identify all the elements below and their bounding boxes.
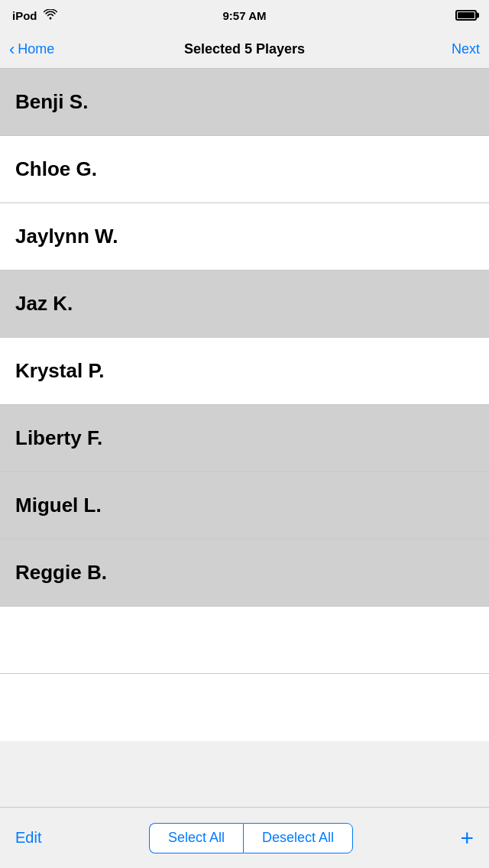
player-row-6[interactable]: Miguel L. <box>0 472 489 539</box>
player-name-5: Liberty F. <box>15 426 102 450</box>
back-button[interactable]: ‹ Home <box>9 41 54 58</box>
player-row-0[interactable]: Benji S. <box>0 69 489 136</box>
player-row-3[interactable]: Jaz K. <box>0 270 489 338</box>
nav-bar: ‹ Home Selected 5 Players Next <box>0 31 489 69</box>
player-name-4: Krystal P. <box>15 359 105 383</box>
empty-row-2 <box>0 674 489 741</box>
player-row-1[interactable]: Chloe G. <box>0 136 489 203</box>
next-button[interactable]: Next <box>452 41 480 57</box>
player-list: Benji S.Chloe G.Jaylynn W.Jaz K.Krystal … <box>0 69 489 607</box>
battery-icon <box>455 10 477 21</box>
player-row-7[interactable]: Reggie B. <box>0 539 489 607</box>
status-bar: iPod 9:57 AM <box>0 0 489 31</box>
status-time: 9:57 AM <box>223 9 267 22</box>
add-button[interactable]: + <box>460 827 474 850</box>
player-name-0: Benji S. <box>15 90 88 114</box>
carrier-label: iPod <box>12 9 37 22</box>
wifi-icon <box>44 9 57 22</box>
player-name-6: Miguel L. <box>15 494 102 517</box>
player-name-3: Jaz K. <box>15 292 73 316</box>
bottom-toolbar: Edit Select All Deselect All + <box>0 807 489 868</box>
nav-title: Selected 5 Players <box>184 41 305 57</box>
selection-buttons: Select All Deselect All <box>149 823 353 853</box>
player-row-5[interactable]: Liberty F. <box>0 405 489 472</box>
empty-row-1 <box>0 607 489 674</box>
player-row-2[interactable]: Jaylynn W. <box>0 203 489 270</box>
player-name-7: Reggie B. <box>15 561 107 585</box>
back-chevron-icon: ‹ <box>9 41 15 58</box>
select-all-button[interactable]: Select All <box>149 823 243 853</box>
deselect-all-button[interactable]: Deselect All <box>243 823 353 853</box>
back-label[interactable]: Home <box>18 41 54 57</box>
player-row-4[interactable]: Krystal P. <box>0 338 489 405</box>
edit-button[interactable]: Edit <box>15 829 41 847</box>
player-name-2: Jaylynn W. <box>15 225 118 248</box>
player-name-1: Chloe G. <box>15 157 97 181</box>
